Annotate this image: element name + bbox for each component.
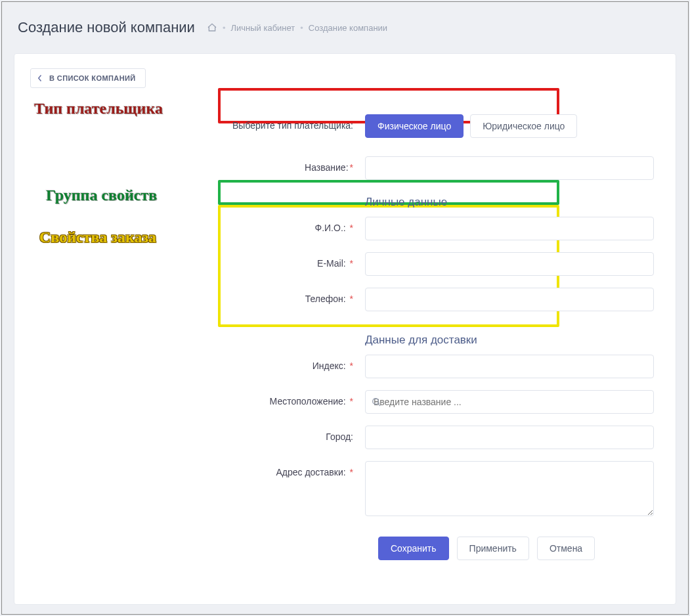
- back-button-label: В СПИСОК КОМПАНИЙ: [49, 74, 136, 82]
- input-phone[interactable]: [365, 288, 654, 311]
- breadcrumb-link-account[interactable]: Личный кабинет: [230, 23, 295, 33]
- required-mark: *: [350, 258, 353, 269]
- home-icon: [207, 23, 217, 32]
- payer-type-individual-button[interactable]: Физическое лицо: [365, 114, 464, 138]
- page-header: Создание новой компании • Личный кабинет…: [2, 2, 688, 53]
- required-mark: *: [350, 396, 353, 407]
- search-icon: [372, 397, 381, 407]
- row-index: Индекс: *: [30, 355, 660, 378]
- input-location[interactable]: [365, 390, 654, 414]
- section-personal: Личные данные: [30, 192, 660, 213]
- form-area: Выберите тип плательщика: Физическое лиц…: [30, 114, 660, 560]
- svg-point-0: [373, 399, 379, 405]
- chevron-left-icon: [37, 74, 43, 82]
- breadcrumb-sep: •: [300, 23, 303, 33]
- section-heading-delivery: Данные для доставки: [365, 330, 660, 351]
- label-fio: Ф.И.О.: *: [30, 217, 365, 233]
- save-button[interactable]: Сохранить: [378, 537, 449, 560]
- breadcrumb-current: Создание компании: [309, 23, 387, 33]
- input-delivery-addr[interactable]: [365, 461, 654, 516]
- breadcrumb: • Личный кабинет • Создание компании: [207, 23, 387, 33]
- input-email[interactable]: [365, 252, 654, 276]
- footer-actions: Сохранить Применить Отмена: [378, 537, 660, 560]
- row-email: E-Mail: *: [30, 252, 660, 276]
- required-mark: *: [350, 294, 353, 304]
- payer-type-legal-button[interactable]: Юридическое лицо: [470, 114, 577, 138]
- label-email: E-Mail: *: [30, 252, 365, 269]
- input-fio[interactable]: [365, 217, 654, 240]
- label-index: Индекс: *: [30, 355, 365, 371]
- breadcrumb-sep: •: [223, 23, 226, 33]
- section-heading-personal: Личные данные: [365, 192, 660, 213]
- input-city[interactable]: [365, 426, 654, 449]
- row-location: Местоположение: *: [30, 390, 660, 414]
- row-delivery-addr: Адрес доставки: *: [30, 461, 660, 518]
- row-fio: Ф.И.О.: *: [30, 217, 660, 240]
- label-name: Название:*: [30, 156, 365, 173]
- required-mark: *: [350, 467, 353, 477]
- payer-type-row: Выберите тип плательщика: Физическое лиц…: [30, 114, 660, 138]
- back-to-list-button[interactable]: В СПИСОК КОМПАНИЙ: [30, 68, 146, 88]
- label-location: Местоположение: *: [30, 390, 365, 407]
- input-index[interactable]: [365, 355, 654, 378]
- section-delivery: Данные для доставки: [30, 330, 660, 351]
- apply-button[interactable]: Применить: [457, 537, 529, 560]
- required-mark: *: [350, 361, 353, 371]
- location-input-wrap: [365, 390, 654, 414]
- page-title: Создание новой компании: [18, 19, 195, 36]
- svg-line-1: [378, 404, 381, 407]
- label-city: Город:: [30, 426, 365, 442]
- row-city: Город:: [30, 426, 660, 449]
- label-delivery-addr: Адрес доставки: *: [30, 461, 365, 477]
- content-card: В СПИСОК КОМПАНИЙ Тип плательщика Группа…: [14, 53, 676, 605]
- required-mark: *: [350, 162, 353, 173]
- row-phone: Телефон: *: [30, 288, 660, 311]
- required-mark: *: [350, 223, 353, 233]
- row-name: Название:*: [30, 156, 660, 180]
- input-name[interactable]: [365, 156, 654, 180]
- cancel-button[interactable]: Отмена: [537, 537, 595, 560]
- payer-type-label: Выберите тип плательщика:: [30, 114, 365, 131]
- label-phone: Телефон: *: [30, 288, 365, 304]
